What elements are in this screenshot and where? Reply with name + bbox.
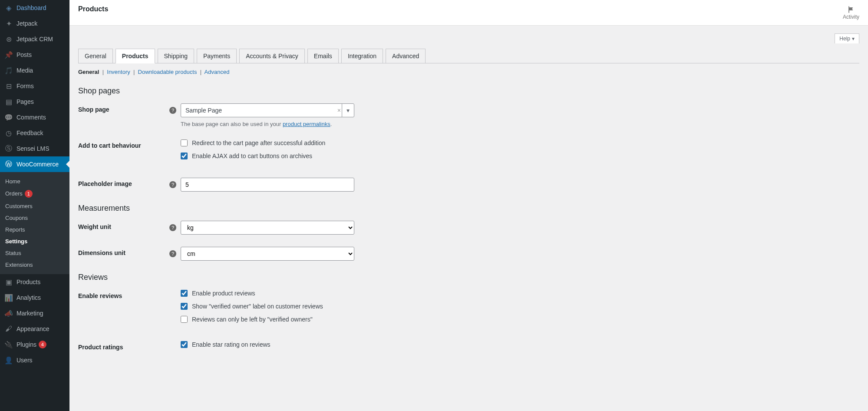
help-icon[interactable]: ? xyxy=(169,107,176,114)
tab-accounts[interactable]: Accounts & Privacy xyxy=(239,49,305,63)
sidebar-item-marketing[interactable]: 📣Marketing xyxy=(0,305,69,321)
checkbox-verified-only: Reviews can only be left by "verified ow… xyxy=(181,316,859,323)
label-enable-reviews: Enable reviews xyxy=(78,290,169,299)
sidebar-item-jetpack[interactable]: ✦Jetpack xyxy=(0,16,69,31)
users-icon: 👤 xyxy=(4,356,13,365)
dashboard-icon: ◈ xyxy=(4,3,13,12)
content-area: Help ▾ General Products Shipping Payment… xyxy=(69,26,868,384)
verified-only-checkbox[interactable] xyxy=(181,316,188,323)
help-label: Help xyxy=(839,36,850,42)
submenu-extensions[interactable]: Extensions xyxy=(0,259,69,271)
crm-icon: ⊛ xyxy=(4,35,13,43)
main-content: Products Activity Help ▾ General Product… xyxy=(69,0,868,411)
help-button[interactable]: Help ▾ xyxy=(835,33,859,43)
verified-only-label: Reviews can only be left by "verified ow… xyxy=(192,316,313,323)
sidebar-item-analytics[interactable]: 📊Analytics xyxy=(0,290,69,305)
weight-unit-select[interactable]: kg xyxy=(181,221,354,235)
woocommerce-icon: Ⓦ xyxy=(4,160,13,169)
help-tab-row: Help ▾ xyxy=(78,30,859,45)
shop-page-select[interactable]: Sample Page × ▾ xyxy=(181,103,354,117)
tab-shipping[interactable]: Shipping xyxy=(158,49,195,63)
tab-advanced[interactable]: Advanced xyxy=(386,49,426,63)
sidebar-item-feedback[interactable]: ◷Feedback xyxy=(0,125,69,141)
sidebar-item-jetpack-crm[interactable]: ⊛Jetpack CRM xyxy=(0,31,69,47)
clear-icon[interactable]: × xyxy=(337,107,341,114)
feedback-icon: ◷ xyxy=(4,129,13,137)
row-shop-page: Shop page ? Sample Page × ▾ The base pag… xyxy=(78,103,859,127)
redirect-checkbox[interactable] xyxy=(181,139,188,146)
forms-icon: ⊟ xyxy=(4,82,13,90)
star-rating-checkbox[interactable] xyxy=(181,341,188,348)
desc-text: The base page can also be used in your xyxy=(181,121,283,127)
section-reviews: Reviews xyxy=(78,273,859,282)
chevron-down-icon[interactable]: ▾ xyxy=(342,104,354,117)
dimensions-unit-select[interactable]: cm xyxy=(181,247,354,261)
sidebar-item-sensei[interactable]: ⓈSensei LMS xyxy=(0,141,69,156)
sidebar-item-products[interactable]: ▣Products xyxy=(0,274,69,290)
page-title: Products xyxy=(78,5,108,13)
tab-products[interactable]: Products xyxy=(116,49,155,63)
sidebar-item-forms[interactable]: ⊟Forms xyxy=(0,78,69,94)
placeholder-image-input[interactable] xyxy=(181,178,354,192)
separator: | xyxy=(132,69,138,75)
sidebar-item-label: Jetpack CRM xyxy=(17,36,53,43)
admin-sidebar: ◈Dashboard ✦Jetpack ⊛Jetpack CRM 📌Posts … xyxy=(0,0,69,411)
pages-icon: ▤ xyxy=(4,97,13,106)
row-enable-reviews: Enable reviews Enable product reviews Sh… xyxy=(78,290,859,329)
sidebar-item-media[interactable]: 🎵Media xyxy=(0,63,69,78)
comments-icon: 💬 xyxy=(4,113,13,122)
sidebar-item-label: Sensei LMS xyxy=(17,145,49,152)
verified-label-checkbox[interactable] xyxy=(181,303,188,310)
tab-general[interactable]: General xyxy=(78,49,113,63)
help-icon[interactable]: ? xyxy=(169,181,176,188)
sidebar-item-plugins[interactable]: 🔌Plugins4 xyxy=(0,337,69,352)
submenu-settings[interactable]: Settings xyxy=(0,235,69,247)
help-icon[interactable]: ? xyxy=(169,250,176,257)
sidebar-item-label: Users xyxy=(17,357,33,364)
row-weight-unit: Weight unit ? kg xyxy=(78,221,859,235)
tab-integration[interactable]: Integration xyxy=(341,49,383,63)
sidebar-item-label: Appearance xyxy=(17,325,50,332)
sidebar-item-posts[interactable]: 📌Posts xyxy=(0,47,69,63)
label-add-to-cart: Add to cart behaviour xyxy=(78,139,169,149)
sidebar-item-label: Products xyxy=(17,278,40,285)
submenu-coupons[interactable]: Coupons xyxy=(0,212,69,224)
checkbox-verified-label: Show "verified owner" label on customer … xyxy=(181,303,859,310)
submenu-orders[interactable]: Orders1 xyxy=(0,187,69,200)
tab-emails[interactable]: Emails xyxy=(307,49,339,63)
sidebar-item-label: Analytics xyxy=(17,294,41,301)
submenu-status[interactable]: Status xyxy=(0,247,69,259)
submenu-reports[interactable]: Reports xyxy=(0,224,69,235)
activity-button[interactable]: Activity xyxy=(843,5,859,20)
subtab-advanced[interactable]: Advanced xyxy=(205,69,230,75)
subtab-general[interactable]: General xyxy=(78,69,99,75)
orders-badge: 1 xyxy=(25,190,33,198)
sidebar-item-woocommerce[interactable]: ⓌWooCommerce xyxy=(0,156,69,172)
sidebar-item-appearance[interactable]: 🖌Appearance xyxy=(0,321,69,337)
sidebar-item-comments[interactable]: 💬Comments xyxy=(0,109,69,125)
sidebar-item-users[interactable]: 👤Users xyxy=(0,352,69,368)
submenu-home[interactable]: Home xyxy=(0,176,69,187)
sidebar-item-pages[interactable]: ▤Pages xyxy=(0,94,69,109)
help-icon[interactable]: ? xyxy=(169,224,176,231)
sidebar-item-dashboard[interactable]: ◈Dashboard xyxy=(0,0,69,16)
row-add-to-cart: Add to cart behaviour Redirect to the ca… xyxy=(78,139,859,166)
subtab-inventory[interactable]: Inventory xyxy=(107,69,130,75)
ajax-checkbox[interactable] xyxy=(181,152,188,159)
sub-tabs: General | Inventory | Downloadable produ… xyxy=(78,63,859,83)
enable-reviews-checkbox[interactable] xyxy=(181,290,188,297)
ajax-label: Enable AJAX add to cart buttons on archi… xyxy=(192,152,312,159)
permalinks-link[interactable]: product permalinks xyxy=(283,121,330,127)
submenu-customers[interactable]: Customers xyxy=(0,200,69,212)
sidebar-item-label: Media xyxy=(17,67,33,74)
checkbox-redirect: Redirect to the cart page after successf… xyxy=(181,139,859,146)
subtab-downloadable[interactable]: Downloadable products xyxy=(138,69,197,75)
label-dimensions-unit: Dimensions unit xyxy=(78,247,169,256)
analytics-icon: 📊 xyxy=(4,293,13,302)
tab-payments[interactable]: Payments xyxy=(197,49,237,63)
shop-page-value: Sample Page xyxy=(185,107,222,114)
jetpack-icon: ✦ xyxy=(4,19,13,28)
sidebar-item-label: Posts xyxy=(17,51,32,58)
row-dimensions-unit: Dimensions unit ? cm xyxy=(78,247,859,261)
submenu-label: Orders xyxy=(5,190,23,197)
